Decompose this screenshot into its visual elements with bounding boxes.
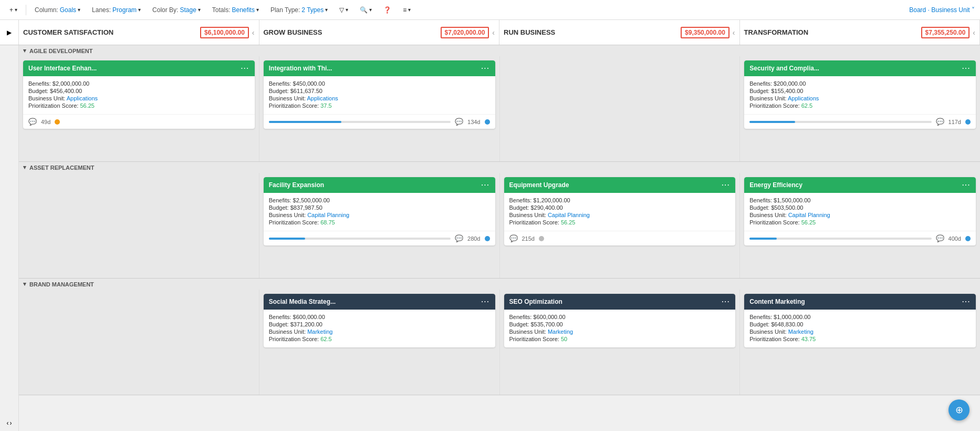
card-days-user-interface: 49d — [41, 119, 50, 125]
card-body-energy: Benefits: $1,500,000.00 Budget: $503,500… — [744, 193, 976, 231]
lane-col-agile-1: Integration with Thi... ··· Benefits: $4… — [259, 56, 500, 161]
menu-button[interactable]: ≡ ▾ — [399, 4, 415, 16]
lane-asset-replacement: ASSET REPLACEMENT Facility Expansion ··· — [19, 162, 980, 279]
filter-chevron: ▾ — [346, 7, 348, 13]
board-business-unit-link[interactable]: Board · Business Unit ˅ — [909, 6, 975, 14]
card-bu-social: Business Unit: Marketing — [269, 329, 490, 335]
card-bu-link-energy[interactable]: Capital Planning — [788, 212, 830, 218]
card-days-energy: 400d — [948, 235, 961, 242]
gutter-header[interactable]: ▶ — [0, 20, 19, 45]
card-title-equipment: Equipment Upgrade — [509, 181, 722, 189]
card-facility: Facility Expansion ··· Benefits: $2,500,… — [264, 177, 495, 245]
plantype-filter[interactable]: Plan Type: 2 Types ▾ — [266, 4, 332, 16]
card-budget-integration: Budget: $611,637.50 — [269, 88, 490, 94]
column-chevron: ▾ — [78, 7, 80, 13]
card-footer-integration: 💬 134d — [264, 114, 495, 129]
search-button[interactable]: 🔍 ▾ — [356, 4, 376, 16]
comment-icon-equipment: 💬 — [509, 234, 518, 242]
colorby-chevron: ▾ — [198, 7, 201, 13]
card-footer-security: 💬 117d — [744, 114, 976, 129]
card-bu-seo: Business Unit: Marketing — [509, 329, 731, 335]
lane-header-brand[interactable]: BRAND MANAGEMENT — [19, 279, 980, 290]
card-budget-equipment: Budget: $290,400.00 — [509, 204, 731, 211]
lane-chevron-brand — [23, 281, 26, 288]
card-bu-link-integration[interactable]: Applications — [307, 95, 338, 101]
lane-col-asset-0 — [19, 173, 259, 278]
gutter-arrows[interactable]: ‹ › — [7, 419, 12, 427]
lane-agile-development: AGILE DEVELOPMENT User Interface Enhan..… — [19, 45, 980, 162]
gutter-right-icon[interactable]: › — [10, 419, 12, 427]
totals-filter[interactable]: Totals: Benefits ▾ — [208, 4, 263, 16]
help-button[interactable]: ❓ — [379, 4, 395, 16]
card-body-social: Benefits: $600,000.00 Budget: $371,200.0… — [264, 310, 495, 347]
board-link-container: Board · Business Unit ˅ — [909, 6, 975, 14]
column-filter[interactable]: Column: Goals ▾ — [30, 4, 85, 16]
add-button[interactable]: + ▾ — [5, 4, 22, 16]
card-score-val-security: 62.5 — [801, 102, 812, 109]
card-menu-user-interface[interactable]: ··· — [241, 65, 249, 72]
colorby-filter[interactable]: Color By: Stage ▾ — [148, 4, 205, 16]
card-days-security: 117d — [948, 119, 961, 125]
card-dot-integration — [485, 119, 490, 125]
card-header-security: Security and Complia... ··· — [744, 60, 976, 76]
card-menu-social[interactable]: ··· — [481, 298, 489, 305]
filter-button[interactable]: ▽ ▾ — [335, 4, 352, 16]
col-header-3: TRANSFORMATION $7,355,250.00 ‹ — [740, 20, 981, 45]
search-chevron: ▾ — [369, 7, 372, 13]
comment-icon-energy: 💬 — [936, 234, 944, 242]
card-menu-integration[interactable]: ··· — [481, 65, 489, 72]
card-menu-equipment[interactable]: ··· — [722, 181, 730, 189]
board-rows: ‹ › AGILE DEVELOPMENT User Interface Enh… — [0, 45, 980, 431]
col-arrow-3[interactable]: ‹ — [973, 28, 975, 37]
col-total-2: $9,350,000.00 — [681, 27, 729, 38]
progress-bar-energy — [749, 238, 777, 240]
colorby-value: Stage — [180, 6, 196, 14]
card-bu-link-security[interactable]: Applications — [788, 95, 819, 101]
card-benefits-security: Benefits: $200,000.00 — [749, 80, 971, 87]
lane-header-agile[interactable]: AGILE DEVELOPMENT — [19, 45, 980, 56]
card-bu-link-facility[interactable]: Capital Planning — [307, 212, 349, 218]
card-menu-facility[interactable]: ··· — [481, 181, 489, 189]
card-bu-link-seo[interactable]: Marketing — [548, 329, 573, 335]
card-budget-energy: Budget: $503,500.00 — [749, 204, 971, 211]
lane-col-brand-2: SEO Optimization ··· Benefits: $600,000.… — [500, 290, 741, 395]
plantype-value: 2 Types — [301, 6, 324, 14]
lane-chevron-agile — [23, 47, 26, 54]
fab-add-button[interactable]: ⊕ — [948, 399, 969, 420]
menu-chevron: ▾ — [408, 7, 411, 13]
card-menu-security[interactable]: ··· — [962, 65, 971, 72]
card-menu-content[interactable]: ··· — [962, 298, 971, 305]
lane-col-agile-2 — [500, 56, 741, 161]
card-dot-security — [965, 119, 971, 125]
card-menu-energy[interactable]: ··· — [962, 181, 971, 189]
card-bu-link-social[interactable]: Marketing — [307, 329, 332, 335]
card-bu-link-equipment[interactable]: Capital Planning — [548, 212, 590, 218]
swim-lanes: AGILE DEVELOPMENT User Interface Enhan..… — [19, 45, 980, 431]
card-bu-link-content[interactable]: Marketing — [788, 329, 814, 335]
lanes-filter[interactable]: Lanes: Program ▾ — [88, 4, 145, 16]
col-arrow-2[interactable]: ‹ — [733, 28, 735, 37]
card-header-equipment: Equipment Upgrade ··· — [504, 177, 736, 193]
lane-title-asset: ASSET REPLACEMENT — [29, 165, 94, 171]
lane-col-asset-1: Facility Expansion ··· Benefits: $2,500,… — [259, 173, 500, 278]
card-bu-security: Business Unit: Applications — [749, 95, 971, 101]
card-header-user-interface: User Interface Enhan... ··· — [23, 60, 255, 76]
progress-bar-integration — [269, 121, 342, 123]
card-bu-link-user-interface[interactable]: Applications — [67, 95, 98, 101]
search-icon: 🔍 — [360, 6, 368, 14]
col-arrow-1[interactable]: ‹ — [492, 28, 495, 37]
col-total-0: $6,100,000.00 — [200, 27, 249, 38]
lane-col-asset-3: Energy Efficiency ··· Benefits: $1,500,0… — [740, 173, 980, 278]
card-body-seo: Benefits: $600,000.00 Budget: $535,700.0… — [504, 310, 736, 347]
card-score-val-seo: 50 — [561, 336, 567, 342]
board-area: ▶ CUSTOMER SATISFACTION $6,100,000.00 ‹ … — [0, 20, 980, 431]
lane-header-asset[interactable]: ASSET REPLACEMENT — [19, 162, 980, 173]
card-menu-seo[interactable]: ··· — [722, 298, 730, 305]
gutter-left-icon[interactable]: ‹ — [7, 419, 9, 427]
card-title-social: Social Media Strateg... — [269, 298, 482, 305]
card-dot-energy — [965, 236, 971, 241]
card-benefits-facility: Benefits: $2,500,000.00 — [269, 197, 490, 203]
card-title-facility: Facility Expansion — [269, 181, 482, 189]
lane-brand-management: BRAND MANAGEMENT Social Media Strateg...… — [19, 279, 980, 395]
col-arrow-0[interactable]: ‹ — [252, 28, 255, 37]
